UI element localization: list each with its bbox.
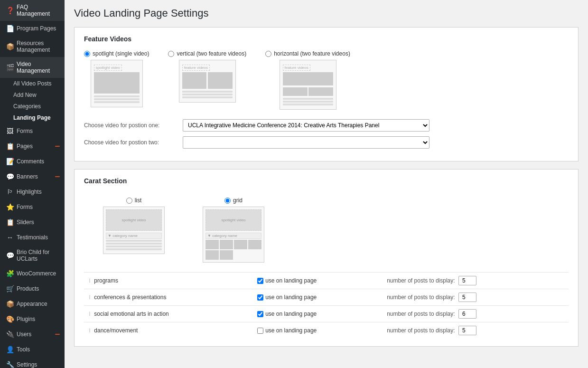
drag-handle-icon[interactable]: ⁞ [89, 277, 91, 284]
sidebar-item-video-management[interactable]: 🎬 Video Management [0, 57, 65, 78]
vertical-radio[interactable] [168, 51, 174, 57]
posts-count-input[interactable] [458, 326, 476, 335]
sidebar-item-label: WooCommerce [17, 270, 56, 277]
use-on-landing-checkbox[interactable] [257, 294, 263, 301]
sidebar-item-media[interactable]: 🖼 Forms [0, 123, 65, 139]
sidebar-sub-add-new[interactable]: Add New [0, 89, 65, 101]
use-on-landing-cell: use on landing page [252, 306, 382, 322]
carat-grid-radio[interactable] [224, 198, 231, 204]
carat-list-radio[interactable] [126, 198, 132, 204]
sidebar-item-pages[interactable]: 📝 Comments [0, 154, 65, 169]
sidebar-item-banners[interactable]: 🏳 Highlights [0, 184, 65, 199]
use-on-landing-label[interactable]: use on landing page [257, 311, 377, 317]
carat-list-label[interactable]: list [126, 197, 142, 204]
use-on-landing-label[interactable]: use on landing page [257, 294, 377, 301]
drag-handle-cell: ⁞ social emotional arts in action [84, 306, 252, 322]
posts-count-input[interactable] [458, 293, 476, 302]
spotlight-radio[interactable] [84, 51, 90, 57]
sidebar-item-users[interactable]: 👤 Tools [0, 342, 65, 357]
sidebar-item-products[interactable]: 📦 Appearance [0, 296, 65, 311]
sidebar-item-label: Plugins [17, 316, 35, 322]
sidebar-item-program-pages[interactable]: 📄 Program Pages [0, 21, 65, 36]
use-on-landing-label[interactable]: use on landing page [257, 327, 377, 334]
use-on-landing-text: use on landing page [265, 294, 317, 301]
sidebar-item-forms[interactable]: 📋 Pages [0, 139, 65, 154]
carat-grid-label[interactable]: grid [224, 197, 243, 204]
posts-count-cell: number of posts to display: [382, 273, 569, 289]
sidebar-item-label: Brio Child for UCLarts [17, 249, 60, 262]
forms-icon: 📋 [6, 142, 14, 150]
horizontal-label[interactable]: horizontal (two feature videos) [265, 50, 350, 57]
sidebar-sub-categories[interactable]: Categories [0, 101, 65, 112]
table-row: ⁞ social emotional arts in action use on… [84, 306, 569, 322]
sidebar-item-sliders[interactable]: ↔ Testimonials [0, 230, 65, 245]
page-title: Video Landing Page Settings [74, 7, 579, 19]
sidebar-item-testimonials[interactable]: 💬 Brio Child for UCLarts [0, 245, 65, 266]
horizontal-radio[interactable] [265, 51, 271, 57]
video-position-two-row: Choose video for postion two: [84, 136, 569, 149]
sidebar-item-resources-management[interactable]: 📦 Resources Management [0, 36, 65, 57]
sidebar-item-comments[interactable]: 💬 Banners [0, 169, 65, 184]
spotlight-preview-video [94, 72, 140, 94]
carat-list-option: list spotlight video ▼ category name [103, 197, 165, 254]
category-name: social emotional arts in action [94, 311, 168, 317]
faq-icon: ❓ [6, 7, 14, 14]
sidebar-item-label: FAQ Management [17, 4, 60, 17]
sidebar-item-tools[interactable]: 🔧 Settings [0, 357, 65, 368]
sidebar-item-appearance[interactable]: 🎨 Plugins [0, 311, 65, 327]
use-on-landing-checkbox[interactable] [257, 328, 263, 334]
spotlight-option: spotlight (single video) spotlight video [84, 50, 149, 107]
video-position-one-select[interactable]: UCLA Integrative Medicine Conference 201… [183, 119, 429, 132]
sidebar-item-highlights[interactable]: ⭐ Forms [0, 199, 65, 215]
use-on-landing-text: use on landing page [265, 277, 317, 284]
sidebar-item-woocommerce[interactable]: 🛒 Products [0, 281, 65, 296]
media-icon: 🖼 [6, 127, 14, 135]
category-name: programs [94, 277, 118, 284]
posts-count-input[interactable] [458, 276, 476, 285]
category-name: conferences & presentations [94, 294, 166, 301]
video-position-one-row: Choose video for postion one: UCLA Integ… [84, 119, 569, 132]
sidebar-sub-landing-page[interactable]: Landing Page [0, 112, 65, 123]
drag-handle-icon[interactable]: ⁞ [89, 327, 91, 334]
video-position-one-label: Choose video for postion one: [84, 122, 179, 129]
use-on-landing-cell: use on landing page [252, 273, 382, 289]
spotlight-label[interactable]: spotlight (single video) [84, 50, 149, 57]
drag-handle-icon[interactable]: ⁞ [89, 294, 91, 301]
sidebar-item-label: Forms [17, 128, 33, 134]
sidebar-item-label: Pages [17, 143, 33, 150]
use-on-landing-text: use on landing page [265, 327, 317, 334]
use-on-landing-label[interactable]: use on landing page [257, 277, 377, 284]
program-icon: 📄 [6, 25, 14, 32]
drag-handle-cell: ⁞ conferences & presentations [84, 289, 252, 306]
use-on-landing-cell: use on landing page [252, 289, 382, 306]
sidebar-item-label: Appearance [17, 301, 47, 307]
use-on-landing-checkbox[interactable] [257, 278, 263, 284]
sidebar-item-label: Products [17, 285, 39, 292]
sidebar-item-brio-child[interactable]: 🧩 WooCommerce [0, 266, 65, 281]
vertical-option: vertical (two feature videos) feature vi… [168, 50, 246, 103]
drag-handle-cell: ⁞ dance/movement [84, 322, 252, 339]
forms2-icon: 📋 [6, 218, 14, 226]
carat-list-preview: spotlight video ▼ category name [103, 207, 165, 254]
woo-icon: 🛒 [6, 285, 14, 293]
vertical-label[interactable]: vertical (two feature videos) [168, 50, 246, 57]
sidebar-item-plugins[interactable]: 🔌 Users [0, 327, 65, 342]
forms-badge [55, 146, 60, 147]
carat-grid-preview: spotlight video ▼ category name [203, 207, 264, 263]
sidebar-item-forms2[interactable]: 📋 Sliders [0, 215, 65, 230]
sidebar-item-label: Settings [17, 361, 37, 368]
video-icon: 🎬 [6, 64, 14, 71]
drag-handle-cell: ⁞ programs [84, 273, 252, 289]
posts-count-input[interactable] [458, 309, 476, 319]
posts-count-cell: number of posts to display: [382, 289, 569, 306]
posts-count-cell: number of posts to display: [382, 306, 569, 322]
sidebar-item-label: Resources Management [17, 40, 60, 53]
sidebar-item-faq-management[interactable]: ❓ FAQ Management [0, 0, 65, 21]
sidebar-item-label: Users [17, 331, 31, 338]
use-on-landing-checkbox[interactable] [257, 311, 263, 317]
video-position-two-select[interactable] [183, 136, 429, 149]
drag-handle-icon[interactable]: ⁞ [89, 311, 91, 317]
posts-count-label: number of posts to display: [387, 294, 455, 301]
posts-count-cell: number of posts to display: [382, 322, 569, 339]
sidebar-sub-all-video-posts[interactable]: All Video Posts [0, 78, 65, 89]
